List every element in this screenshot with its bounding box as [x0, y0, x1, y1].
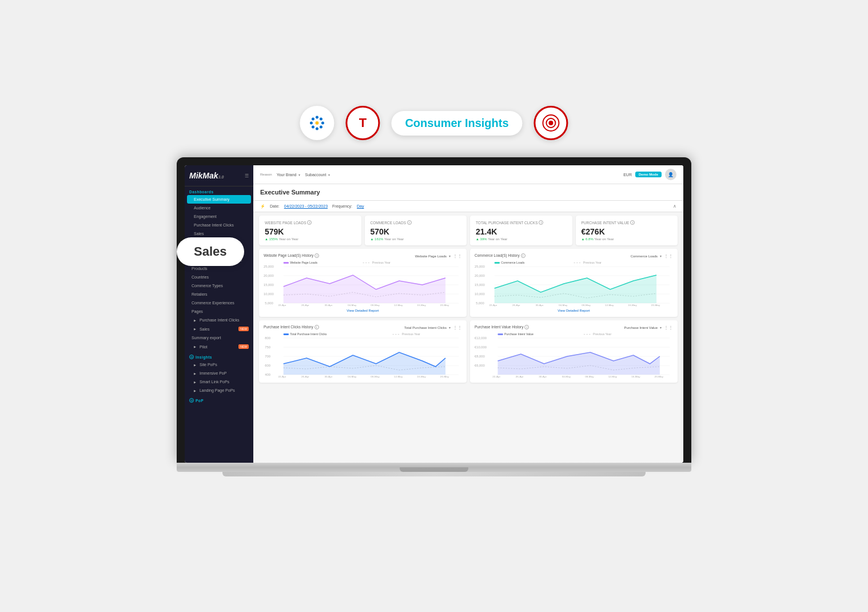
chart-metric-label-pic: Total Purchase Intent Clicks: [404, 326, 447, 329]
filter-icon: ⚡: [260, 204, 265, 209]
user-avatar[interactable]: 👤: [665, 169, 676, 180]
svg-text:16-May: 16-May: [417, 304, 426, 307]
chart-options-icon-pic[interactable]: ⋮⋮: [453, 325, 462, 330]
pop-icon: ⊙: [189, 398, 194, 403]
chart-options-icon-commerce[interactable]: ⋮⋮: [664, 253, 673, 259]
chart-header-website: Website Page Load(S) History i Website P…: [264, 253, 462, 259]
info-icon-purchase-intent[interactable]: i: [539, 220, 543, 225]
sidebar-item-pages[interactable]: Pages: [185, 307, 253, 316]
svg-text:16-May: 16-May: [417, 375, 426, 378]
svg-marker-45: [495, 275, 656, 303]
info-icon-commerce[interactable]: i: [407, 220, 412, 225]
sidebar-item-smart-link[interactable]: ▶ Smart Link PoPs: [185, 377, 253, 386]
chart-options-icon-website[interactable]: ⋮⋮: [453, 253, 462, 259]
view-report-website[interactable]: View Detailed Report: [264, 307, 462, 312]
kpi-card-website-loads: WEBSITE PAGE LOADS i 579K ▲ 155% Year on…: [259, 216, 361, 245]
page-title-bar: Executive Summary: [253, 184, 683, 201]
chart-metric-chevron-website[interactable]: ▾: [449, 254, 451, 258]
brand-selector[interactable]: Reason: [260, 173, 272, 176]
kpi-change-purchase-intent: ▲ 39% Year on Year: [476, 237, 567, 241]
sidebar-item-summary-export[interactable]: Summary export: [185, 333, 253, 342]
chart-header-pic: Purchase Intent Clicks History i Total P…: [264, 325, 462, 330]
svg-text:22-Apr: 22-Apr: [278, 304, 286, 307]
sidebar-item-commerce-types[interactable]: Commerce Types: [185, 281, 253, 290]
svg-text:Website Page Loads: Website Page Loads: [290, 261, 317, 264]
kpi-value-commerce-loads: 570K: [371, 227, 461, 236]
chart-controls-piv: Purchase Intent Value ▾ ⋮⋮: [624, 325, 673, 330]
sidebar-item-sales-sub[interactable]: ▶ SalesNEW: [185, 324, 253, 333]
chart-title-pic: Purchase Intent Clicks History i: [264, 325, 319, 329]
svg-text:Purchase Intent Value: Purchase Intent Value: [504, 333, 533, 336]
chart-options-icon-piv[interactable]: ⋮⋮: [664, 325, 673, 330]
svg-point-1: [316, 128, 318, 130]
sidebar-item-pic-sub[interactable]: ▶ Purchase Intent Clicks: [185, 316, 253, 324]
info-icon-purchase-value[interactable]: i: [630, 220, 635, 225]
sidebar-item-engagement[interactable]: Engagement: [185, 212, 253, 221]
date-range[interactable]: 04/22/2023 - 05/22/2023: [284, 204, 328, 208]
hamburger-icon[interactable]: ☰: [245, 173, 249, 178]
svg-text:15,000: 15,000: [264, 283, 274, 287]
sidebar-item-retailers[interactable]: Retailers: [185, 290, 253, 299]
sidebar-item-landing-page[interactable]: ▶ Landing Page PoPs: [185, 386, 253, 395]
your-brand-selector[interactable]: Your Brand ▾: [277, 173, 301, 177]
view-report-commerce[interactable]: View Detailed Report: [475, 307, 673, 312]
chart-info-icon-commerce[interactable]: i: [521, 253, 525, 258]
kpi-row: WEBSITE PAGE LOADS i 579K ▲ 155% Year on…: [253, 212, 683, 249]
pop-section-label: ⊙ PoP: [185, 395, 253, 404]
kpi-label-commerce-loads: COMMERCE LOADS i: [371, 220, 461, 225]
chart-info-icon-website[interactable]: i: [314, 253, 319, 258]
date-label: Date:: [270, 204, 280, 208]
filter-collapse-icon[interactable]: ∧: [673, 204, 676, 209]
dashboards-section-label: Dashboards: [185, 186, 253, 195]
chart-metric-chevron-piv[interactable]: ▾: [660, 325, 662, 329]
chart-controls-commerce: Commerce Loads ▾ ⋮⋮: [631, 253, 673, 259]
svg-text:Previous Year: Previous Year: [593, 333, 611, 336]
kpi-card-purchase-intent: TOTAL PURCHASE INTENT CLICKS i 21.4K ▲ 3…: [470, 216, 572, 245]
consumer-insights-label: Consumer Insights: [405, 117, 508, 129]
svg-point-8: [315, 121, 318, 125]
chart-metric-chevron-pic[interactable]: ▾: [449, 325, 451, 329]
sidebar-item-commerce-exp[interactable]: Commerce Experiences: [185, 299, 253, 307]
sidebar-logo-area: MikMak3.0 ☰: [185, 165, 253, 186]
svg-marker-22: [284, 275, 445, 303]
chart-card-piv-history: Purchase Intent Value History i Purchase…: [470, 320, 678, 383]
sales-badge: Sales: [177, 237, 244, 266]
chart-metric-chevron-commerce[interactable]: ▾: [660, 254, 662, 258]
sidebar-item-purchase-intent[interactable]: Purchase Intent Clicks: [185, 221, 253, 229]
kpi-change-purchase-value: ▲ 6.8% Year on Year: [582, 237, 672, 241]
laptop-screen-frame: MikMak3.0 ☰ Dashboards Executive Summary…: [177, 157, 691, 463]
kpi-value-website-loads: 579K: [265, 227, 356, 236]
svg-text:20,000: 20,000: [264, 274, 274, 277]
sidebar-item-countries[interactable]: Countries: [185, 273, 253, 281]
chart-card-pic-history: Purchase Intent Clicks History i Total P…: [259, 320, 467, 383]
svg-rect-99: [497, 333, 503, 335]
svg-text:12-May: 12-May: [394, 304, 403, 307]
chart-card-commerce-loads: Commerce Load(S) History i Commerce Load…: [470, 249, 678, 317]
floating-logos-container: T Consumer Insights: [300, 106, 568, 140]
frequency-value[interactable]: Day: [357, 204, 364, 208]
svg-text:08-May: 08-May: [371, 304, 380, 307]
chart-card-website-loads: Website Page Load(S) History i Website P…: [259, 249, 467, 317]
svg-marker-90: [497, 352, 659, 375]
svg-text:€10,000: €10,000: [475, 345, 487, 349]
info-icon-website[interactable]: i: [307, 220, 312, 225]
svg-text:€8,000: €8,000: [475, 355, 485, 358]
svg-text:20-May: 20-May: [440, 375, 449, 378]
sidebar-item-immersive-pop[interactable]: ▶ Immersive PoP: [185, 369, 253, 377]
charts-grid-bottom: Purchase Intent Clicks History i Total P…: [253, 320, 683, 386]
chart-info-icon-pic[interactable]: i: [314, 325, 319, 329]
sidebar-item-site-pops[interactable]: ▶ Site PoPs: [185, 360, 253, 369]
kpi-value-purchase-value: €276K: [582, 227, 672, 236]
kpi-card-purchase-value: PURCHASE INTENT VALUE i €276K ▲ 6.8% Yea…: [576, 216, 678, 245]
svg-text:10,000: 10,000: [475, 292, 485, 296]
svg-point-4: [312, 118, 314, 121]
sidebar-item-executive-summary[interactable]: Executive Summary: [187, 195, 251, 204]
chart-info-icon-piv[interactable]: i: [524, 325, 529, 329]
sidebar-item-audience[interactable]: Audience: [185, 204, 253, 212]
subaccount-chevron-icon: ▾: [328, 173, 330, 177]
target-circle-logo: [534, 106, 568, 140]
sidebar-item-pilot[interactable]: ▶ PilotNEW: [185, 342, 253, 351]
subaccount-selector[interactable]: Subaccount ▾: [305, 173, 330, 177]
svg-marker-68: [284, 352, 445, 375]
sidebar-item-sales[interactable]: Sales: [185, 229, 253, 238]
